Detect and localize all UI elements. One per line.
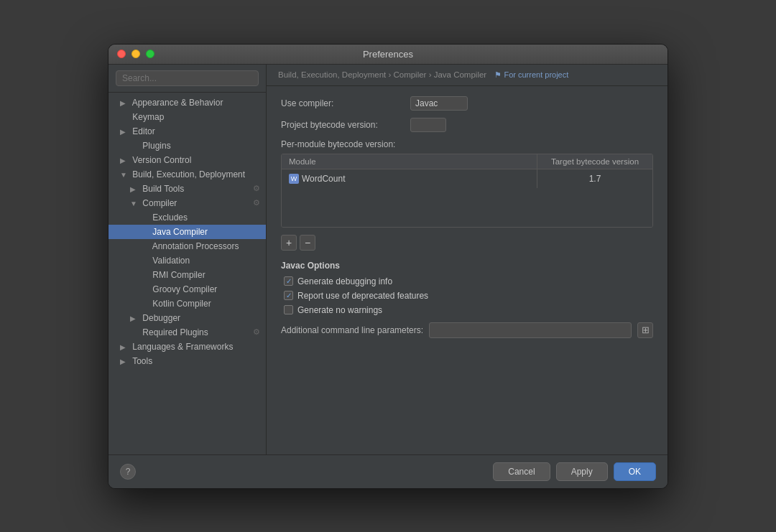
- sidebar-item-label: Tools: [132, 356, 152, 366]
- ok-button[interactable]: OK: [614, 462, 656, 481]
- sidebar-item-label: Annotation Processors: [152, 241, 239, 251]
- sidebar-item-validation[interactable]: Validation: [108, 253, 266, 268]
- sidebar-item-label: Required Plugins: [142, 327, 208, 337]
- remove-module-button[interactable]: −: [300, 235, 315, 251]
- search-input[interactable]: [116, 70, 259, 86]
- apply-button[interactable]: Apply: [556, 462, 608, 481]
- use-compiler-row: Use compiler: Javac Eclipse: [281, 96, 653, 111]
- module-icon: W: [289, 174, 299, 184]
- expand-arrow: [120, 157, 130, 164]
- expand-arrow: [120, 99, 130, 107]
- sidebar-item-annotation-processors[interactable]: Annotation Processors: [108, 239, 266, 253]
- module-cell: W WordCount: [282, 169, 537, 188]
- no-warnings-checkbox[interactable]: [284, 305, 293, 314]
- maximize-button[interactable]: [146, 50, 154, 58]
- sidebar-item-excludes[interactable]: Excludes: [108, 210, 266, 225]
- sidebar-item-label: Groovy Compiler: [152, 284, 217, 294]
- checkbox-row-deprecated: Report use of deprecated features: [281, 291, 653, 301]
- cmd-params-row: Additional command line parameters: ⊞: [281, 322, 653, 338]
- bytecode-table: Module Target bytecode version W WordCou…: [281, 154, 653, 228]
- main-panel: Build, Execution, Deployment › Compiler …: [267, 65, 668, 454]
- sidebar-item-label: Build, Execution, Deployment: [132, 169, 245, 179]
- help-button[interactable]: ?: [120, 464, 136, 480]
- sidebar-item-label: Keymap: [132, 112, 164, 122]
- table-row: W WordCount 1.7: [282, 169, 652, 227]
- javac-options-title: Javac Options: [281, 261, 653, 271]
- use-compiler-select[interactable]: Javac Eclipse: [410, 96, 468, 111]
- sidebar-item-required-plugins[interactable]: Required Plugins ⚙: [108, 325, 266, 340]
- cmd-params-input[interactable]: [429, 322, 632, 338]
- project-bytecode-select-wrapper: 1.7 1.8: [410, 118, 446, 132]
- sidebar-item-label: Kotlin Compiler: [152, 299, 211, 309]
- sidebar-item-label: Excludes: [152, 213, 188, 223]
- sidebar-item-label: Plugins: [142, 141, 170, 151]
- project-bytecode-label: Project bytecode version:: [281, 120, 410, 130]
- sidebar-item-keymap[interactable]: Keymap: [108, 110, 266, 124]
- expand-arrow: [120, 171, 130, 179]
- titlebar: Preferences: [108, 45, 668, 65]
- col-bytecode: Target bytecode version: [537, 154, 652, 169]
- col-module: Module: [282, 154, 537, 169]
- footer-buttons: Cancel Apply OK: [493, 462, 656, 481]
- sidebar-item-label: Editor: [132, 126, 154, 136]
- sidebar: Appearance & Behavior Keymap Editor Plug…: [108, 65, 267, 454]
- cancel-button[interactable]: Cancel: [493, 462, 550, 481]
- gear-icon: ⚙: [253, 184, 260, 193]
- bytecode-cell: 1.7: [537, 169, 652, 188]
- search-box: [108, 65, 266, 93]
- project-bytecode-select[interactable]: 1.7 1.8: [410, 118, 446, 132]
- deprecated-checkbox[interactable]: [284, 291, 293, 300]
- sidebar-item-label: Validation: [152, 256, 190, 266]
- panel-content: Use compiler: Javac Eclipse Project byte…: [267, 86, 668, 454]
- sidebar-item-version-control[interactable]: Version Control: [108, 153, 266, 167]
- expand-arrow: [120, 128, 130, 136]
- expand-arrow: [130, 314, 140, 322]
- cmd-params-expand-button[interactable]: ⊞: [637, 322, 653, 338]
- sidebar-item-groovy-compiler[interactable]: Groovy Compiler: [108, 282, 266, 297]
- breadcrumb-path: Build, Execution, Deployment › Compiler …: [278, 70, 486, 79]
- table-controls: + −: [281, 235, 653, 251]
- sidebar-item-java-compiler[interactable]: Java Compiler: [108, 225, 266, 239]
- minimize-button[interactable]: [131, 50, 140, 58]
- project-bytecode-row: Project bytecode version: 1.7 1.8: [281, 118, 653, 132]
- sidebar-item-build-execution[interactable]: Build, Execution, Deployment: [108, 167, 266, 182]
- footer: ? Cancel Apply OK: [108, 454, 668, 488]
- sidebar-item-label: Languages & Frameworks: [132, 342, 233, 352]
- sidebar-item-label: Version Control: [132, 155, 191, 165]
- cmd-params-label: Additional command line parameters:: [281, 325, 423, 335]
- debug-info-checkbox[interactable]: [284, 276, 293, 286]
- deprecated-label: Report use of deprecated features: [297, 291, 428, 301]
- table-header: Module Target bytecode version: [282, 154, 652, 169]
- expand-arrow: [120, 343, 130, 351]
- sidebar-item-kotlin-compiler[interactable]: Kotlin Compiler: [108, 297, 266, 311]
- sidebar-item-plugins[interactable]: Plugins: [108, 139, 266, 153]
- window-title: Preferences: [363, 49, 413, 60]
- gear-icon: ⚙: [253, 327, 260, 337]
- sidebar-item-appearance[interactable]: Appearance & Behavior: [108, 95, 266, 110]
- sidebar-tree: Appearance & Behavior Keymap Editor Plug…: [108, 93, 266, 454]
- close-button[interactable]: [117, 50, 126, 58]
- use-compiler-select-wrapper: Javac Eclipse: [410, 96, 468, 111]
- checkbox-row-no-warnings: Generate no warnings: [281, 305, 653, 315]
- sidebar-item-rmi-compiler[interactable]: RMI Compiler: [108, 268, 266, 282]
- sidebar-item-debugger[interactable]: Debugger: [108, 311, 266, 325]
- sidebar-item-languages-frameworks[interactable]: Languages & Frameworks: [108, 340, 266, 354]
- sidebar-item-label: Java Compiler: [152, 227, 208, 237]
- no-warnings-label: Generate no warnings: [297, 305, 382, 315]
- expand-arrow: [130, 185, 140, 193]
- gear-icon: ⚙: [253, 198, 260, 207]
- sidebar-item-label: Debugger: [142, 313, 180, 323]
- sidebar-item-editor[interactable]: Editor: [108, 124, 266, 139]
- use-compiler-label: Use compiler:: [281, 98, 410, 108]
- sidebar-item-build-tools[interactable]: Build Tools ⚙: [108, 182, 266, 196]
- sidebar-item-label: Appearance & Behavior: [132, 98, 223, 108]
- project-label: ⚑ For current project: [494, 70, 568, 79]
- per-module-label: Per-module bytecode version:: [281, 139, 653, 149]
- expand-arrow: [120, 358, 130, 365]
- sidebar-item-compiler[interactable]: Compiler ⚙: [108, 196, 266, 210]
- expand-arrow: [130, 200, 140, 207]
- add-module-button[interactable]: +: [281, 235, 297, 251]
- sidebar-item-tools[interactable]: Tools: [108, 354, 266, 368]
- breadcrumb: Build, Execution, Deployment › Compiler …: [267, 65, 668, 86]
- checkbox-row-debug-info: Generate debugging info: [281, 276, 653, 286]
